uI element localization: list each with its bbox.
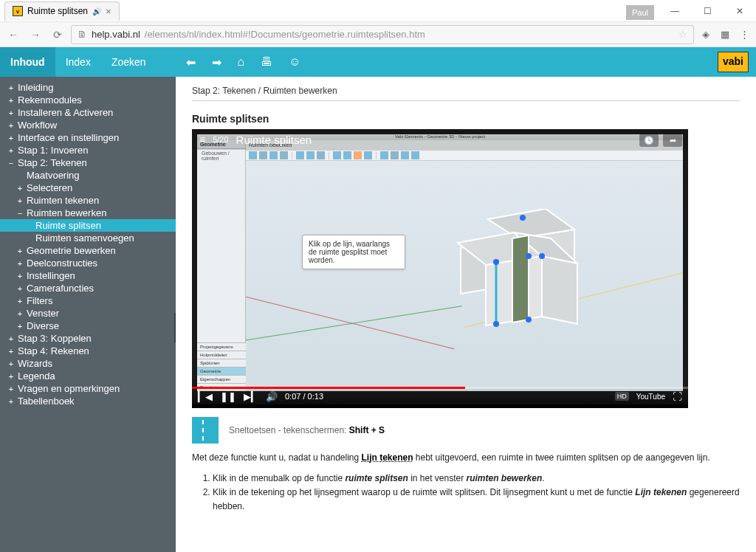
expand-icon[interactable]: +: [7, 121, 15, 130]
minimize-icon[interactable]: —: [659, 0, 691, 21]
person-icon[interactable]: ☺: [289, 55, 300, 69]
collapse-icon[interactable]: −: [16, 209, 24, 218]
expand-icon[interactable]: +: [7, 347, 15, 356]
tool-icon[interactable]: [269, 151, 278, 159]
address-bar[interactable]: 🗎 help.vabi.nl/elements/nl/index.html#!D…: [71, 25, 694, 44]
nav-tab-index[interactable]: Index: [55, 47, 101, 77]
tool-icon[interactable]: [317, 151, 325, 159]
video-embed[interactable]: ≡ 5/20 Ruimte splitsen 🕓 ➦ Vabi Elements…: [192, 129, 688, 408]
tool-icon[interactable]: [259, 151, 267, 159]
sidebar-item[interactable]: +Interface en instellingen: [0, 131, 176, 144]
home-icon[interactable]: ⌂: [238, 55, 245, 69]
expand-icon[interactable]: +: [7, 384, 15, 393]
sidebar-item[interactable]: +Selecteren: [0, 182, 176, 194]
expand-icon[interactable]: +: [7, 146, 15, 155]
close-icon[interactable]: ✕: [724, 0, 756, 21]
print-icon[interactable]: 🖶: [261, 55, 272, 69]
playlist-menu-icon[interactable]: ≡: [199, 134, 205, 145]
embedded-panel-tab[interactable]: Eigenschappen: [197, 375, 246, 383]
sidebar-item[interactable]: Maatvoering: [0, 169, 176, 182]
bookmark-icon[interactable]: ☆: [678, 29, 687, 40]
sidebar-item[interactable]: +Deelconstructies: [0, 257, 176, 269]
next-icon[interactable]: ▶▎: [244, 391, 258, 402]
menu-icon[interactable]: ⋮: [737, 27, 752, 42]
tool-icon[interactable]: [333, 151, 341, 159]
collapse-icon[interactable]: −: [7, 159, 15, 168]
sidebar-item[interactable]: +Stap 1: Invoeren: [0, 144, 176, 156]
back-icon[interactable]: ←: [4, 26, 22, 44]
embedded-panel-tab[interactable]: Geometrie: [197, 367, 246, 375]
expand-icon[interactable]: +: [7, 108, 15, 117]
embedded-panel-tab[interactable]: Sjablonen: [197, 359, 246, 367]
youtube-logo-icon[interactable]: YouTube: [636, 393, 665, 401]
sidebar-item[interactable]: +Stap 3: Koppelen: [0, 332, 176, 345]
extension-icon[interactable]: ▦: [718, 27, 732, 42]
sidebar-item[interactable]: Ruimten samenvoegen: [0, 232, 176, 244]
inline-link[interactable]: Lijn tekenen: [362, 452, 413, 463]
sidebar-item[interactable]: +Diverse: [0, 320, 176, 332]
tool-icon[interactable]: [411, 151, 419, 159]
sidebar-item[interactable]: +Workflow: [0, 119, 176, 131]
volume-icon[interactable]: 🔊: [266, 391, 278, 402]
expand-icon[interactable]: +: [7, 359, 15, 368]
expand-icon[interactable]: +: [7, 96, 15, 105]
expand-icon[interactable]: +: [16, 309, 24, 318]
tool-icon[interactable]: [280, 151, 288, 159]
maximize-icon[interactable]: ☐: [691, 0, 724, 21]
expand-icon[interactable]: +: [7, 372, 15, 381]
expand-icon[interactable]: +: [7, 334, 15, 343]
sidebar-item[interactable]: +Venster: [0, 307, 176, 320]
sidebar-item[interactable]: +Rekenmodules: [0, 94, 176, 106]
prev-icon[interactable]: ▎◀: [198, 391, 213, 402]
sidebar-item[interactable]: +Installeren & Activeren: [0, 106, 176, 119]
tab-close-icon[interactable]: ×: [106, 6, 111, 17]
nav-tab-inhoud[interactable]: Inhoud: [0, 47, 55, 77]
extension-icon[interactable]: ◈: [698, 27, 713, 42]
tool-icon[interactable]: [364, 151, 372, 159]
sidebar-item[interactable]: +Inleiding: [0, 81, 176, 94]
sidebar-item[interactable]: +Tabellenboek: [0, 395, 176, 407]
nav-forward-icon[interactable]: ➡: [212, 55, 221, 69]
nav-tab-zoeken[interactable]: Zoeken: [101, 47, 157, 77]
expand-icon[interactable]: +: [16, 246, 24, 255]
sidebar-item[interactable]: Ruimte splitsen: [0, 219, 176, 232]
tool-icon[interactable]: [380, 151, 388, 159]
hd-badge[interactable]: HD: [615, 392, 629, 401]
sidebar-item[interactable]: +Filters: [0, 294, 176, 307]
tool-icon[interactable]: [401, 151, 409, 159]
window-user-badge[interactable]: Paul: [626, 5, 654, 20]
sidebar-item[interactable]: +Ruimten tekenen: [0, 194, 176, 207]
nav-back-icon[interactable]: ⬅: [186, 55, 196, 69]
tool-icon[interactable]: [391, 151, 399, 159]
sidebar-item[interactable]: −Ruimten bewerken: [0, 207, 176, 219]
pause-icon[interactable]: ❚❚: [220, 391, 236, 402]
embedded-panel-tab[interactable]: Projectgegevens: [197, 342, 246, 351]
sidebar-item[interactable]: +Instellingen: [0, 269, 176, 282]
expand-icon[interactable]: +: [16, 284, 24, 293]
sidebar-collapse-handle[interactable]: ◂: [174, 313, 176, 342]
expand-icon[interactable]: +: [16, 259, 24, 268]
tool-icon[interactable]: [249, 151, 257, 159]
expand-icon[interactable]: +: [7, 83, 15, 92]
expand-icon[interactable]: +: [16, 322, 24, 331]
tool-icon[interactable]: [296, 151, 304, 159]
sidebar-item[interactable]: +Geometrie bewerken: [0, 244, 176, 257]
audio-icon[interactable]: 🔊: [92, 7, 101, 15]
expand-icon[interactable]: +: [16, 297, 24, 306]
sidebar-item[interactable]: +Camerafuncties: [0, 282, 176, 294]
sidebar-item[interactable]: +Vragen en opmerkingen: [0, 382, 176, 395]
sidebar-item[interactable]: +Legenda: [0, 370, 176, 382]
tool-icon[interactable]: [343, 151, 351, 159]
fullscreen-icon[interactable]: ⛶: [673, 391, 682, 402]
expand-icon[interactable]: +: [16, 272, 24, 280]
browser-tab[interactable]: v Ruimte splitsen 🔊 ×: [4, 1, 120, 21]
expand-icon[interactable]: +: [16, 196, 24, 205]
embedded-panel-tab[interactable]: Hulpmiddelen: [197, 351, 246, 359]
expand-icon[interactable]: +: [7, 397, 15, 406]
watch-later-icon[interactable]: 🕓: [639, 134, 659, 147]
share-icon[interactable]: ➦: [663, 134, 682, 147]
page-info-icon[interactable]: 🗎: [78, 29, 87, 40]
tool-icon[interactable]: [306, 151, 315, 159]
expand-icon[interactable]: +: [7, 134, 15, 142]
sidebar-item[interactable]: +Stap 4: Rekenen: [0, 345, 176, 357]
